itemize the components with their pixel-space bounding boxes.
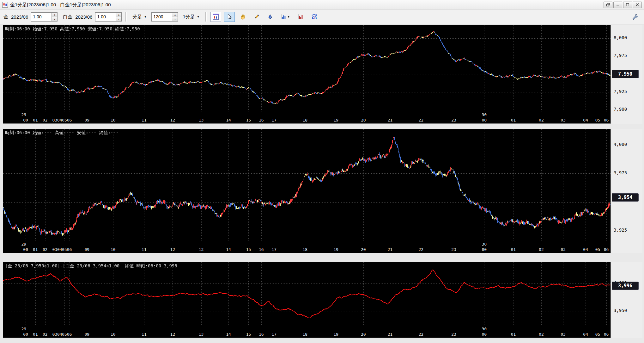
x-time-label: 17: [271, 332, 276, 337]
spread-chart-canvas[interactable]: [3, 262, 611, 326]
x-time-label: 21: [387, 332, 392, 337]
x-time-label: 01: [33, 332, 38, 337]
x-time-label: 00: [23, 247, 28, 252]
bar-count-down-button[interactable]: ▼: [172, 17, 178, 21]
gold-multiplier-down-button[interactable]: ▼: [52, 17, 57, 21]
x-time-label: 02: [539, 332, 544, 337]
x-time-label: 05: [595, 247, 600, 252]
gold-chart-canvas[interactable]: [3, 25, 611, 111]
x-time-label: 10: [111, 118, 116, 122]
platinum-multiplier-stepper: ▲▼: [95, 12, 122, 22]
spread-chart-panel: [金 23/06 7,950×1.00]-[白金 23/06 3,954×1.0…: [3, 262, 642, 338]
x-time-label: 22: [419, 247, 424, 252]
x-time-label: 02: [43, 118, 48, 122]
bar-type-dropdown[interactable]: 分足 ▼: [131, 13, 149, 21]
x-time-label: 19: [333, 247, 338, 252]
x-axis-labels: 0001020304050609101112131415161718192021…: [3, 118, 611, 123]
gold-label: 金: [3, 14, 8, 20]
refresh-button[interactable]: CR: [309, 12, 319, 22]
cursor-icon: [227, 14, 232, 20]
draw-tool-button[interactable]: [265, 12, 276, 22]
x-time-label: 06: [604, 332, 609, 337]
x-time-label: 14: [226, 118, 231, 122]
bar-count-input[interactable]: [152, 13, 172, 21]
x-time-label: 10: [111, 332, 116, 337]
x-time-label: 23: [451, 118, 456, 122]
gold-multiplier-input[interactable]: [31, 13, 52, 21]
platinum-multiplier-input[interactable]: [95, 13, 116, 21]
chart-type-button[interactable]: ▼: [278, 12, 292, 22]
x-time-label: 13: [199, 247, 204, 252]
platinum-ohlc-info: 時刻:06:00 始値:--- 高値:--- 安値:--- 終値:---: [5, 130, 118, 136]
bar-count-up-button[interactable]: ▲: [172, 13, 178, 17]
x-time-label: 12: [170, 332, 175, 337]
settings-button[interactable]: [630, 12, 641, 22]
x-time-label: 04: [583, 118, 588, 122]
y-price-label: 3,975: [614, 170, 627, 175]
x-time-label: 18: [302, 332, 307, 337]
x-time-label: 03: [52, 332, 58, 337]
plot-area: 時刻:06:00 始値:--- 高値:--- 安値:--- 終値:--- 293…: [3, 129, 611, 253]
x-date-label: 30: [482, 112, 487, 117]
x-time-label: 03: [561, 247, 566, 252]
x-time-label: 01: [33, 118, 38, 122]
x-time-label: 00: [482, 247, 487, 252]
plot-area: [金 23/06 7,950×1.00]-[白金 23/06 3,954×1.0…: [3, 262, 611, 338]
y-price-label: 4,000: [614, 142, 627, 147]
x-time-label: 17: [271, 118, 276, 122]
window-controls: [604, 2, 642, 8]
x-time-label: 21: [387, 118, 392, 122]
x-time-label: 09: [84, 332, 89, 337]
gold-ohlc-info: 時刻:06:00 始値:7,950 高値:7,950 安値:7,950 終値:7…: [5, 26, 140, 32]
close-button[interactable]: [633, 2, 642, 8]
x-time-label: 05: [595, 118, 600, 122]
current-price-box: 3,954: [612, 193, 639, 202]
x-time-label: 23: [451, 247, 456, 252]
x-time-label: 04: [57, 247, 62, 252]
chart-window-button[interactable]: [210, 12, 221, 22]
trendline-tool-button[interactable]: [251, 12, 262, 22]
x-time-label: 06: [67, 247, 72, 252]
platinum-multiplier-down-button[interactable]: ▼: [116, 17, 121, 21]
float-window-button[interactable]: [604, 2, 612, 8]
platinum-chart-canvas[interactable]: [3, 129, 611, 241]
select-tool-button[interactable]: [224, 12, 235, 22]
gold-multiplier-up-button[interactable]: ▲: [52, 13, 57, 17]
x-time-label: 09: [84, 118, 89, 122]
x-time-label: 11: [142, 247, 147, 252]
pencil-icon: [254, 14, 259, 20]
platinum-price-axis: 4,0003,9753,9253,954: [611, 129, 642, 253]
app-icon: [2, 2, 8, 8]
x-time-label: 12: [170, 118, 175, 122]
x-time-label: 12: [170, 247, 175, 252]
x-time-label: 16: [259, 247, 264, 252]
x-time-label: 03: [561, 332, 566, 337]
gold-chart-panel: 時刻:06:00 始値:7,950 高値:7,950 安値:7,950 終値:7…: [3, 25, 642, 124]
x-time-label: 01: [511, 332, 516, 337]
x-date-label: 30: [482, 242, 487, 246]
x-time-label: 04: [57, 118, 62, 122]
x-time-label: 13: [199, 118, 204, 122]
minimize-button[interactable]: [613, 2, 622, 8]
maximize-button[interactable]: [623, 2, 632, 8]
gold-price-axis: 8,0007,9757,9257,9007,950: [611, 25, 642, 124]
plot-area: 時刻:06:00 始値:7,950 高値:7,950 安値:7,950 終値:7…: [3, 25, 611, 124]
histogram-button[interactable]: [295, 12, 306, 22]
interval-dropdown[interactable]: 1分足 ▼: [181, 13, 201, 21]
platinum-multiplier-up-button[interactable]: ▲: [116, 13, 121, 17]
y-price-label: 7,900: [614, 107, 627, 112]
x-time-label: 06: [604, 247, 609, 252]
chevron-down-icon: ▼: [144, 15, 147, 18]
mini-chart-icon: [213, 14, 219, 20]
x-time-label: 17: [271, 247, 276, 252]
toolbar-separator: [205, 12, 207, 22]
y-price-label: 7,925: [614, 89, 627, 94]
x-time-label: 00: [482, 118, 487, 122]
chevron-down-icon: ▼: [287, 15, 290, 18]
y-price-label: 3,925: [614, 228, 627, 233]
pan-tool-button[interactable]: [238, 12, 248, 22]
x-date-label: 29: [21, 242, 27, 246]
x-time-label: 16: [259, 118, 264, 122]
x-time-label: 13: [199, 332, 204, 337]
float-icon: [606, 3, 610, 7]
